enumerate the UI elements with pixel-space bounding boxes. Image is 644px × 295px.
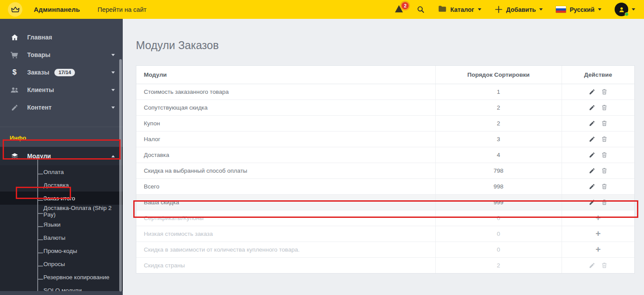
table-row: Ваша скидка999 xyxy=(136,194,634,210)
goto-site-link[interactable]: Перейти на сайт xyxy=(98,6,147,13)
module-name-cell: Скидка страны xyxy=(136,257,435,273)
add-menu[interactable]: Добавить xyxy=(495,5,543,14)
submenu-item-label: Языки xyxy=(29,221,60,228)
crown-logo-icon[interactable] xyxy=(8,2,22,17)
delete-button[interactable] xyxy=(601,199,608,206)
edit-button[interactable] xyxy=(589,167,595,174)
folder-icon xyxy=(438,5,447,14)
submenu-item[interactable]: Опросы xyxy=(0,257,123,270)
sort-order-cell: 0 xyxy=(435,242,562,257)
plus-icon xyxy=(495,5,503,14)
chevron-down-icon xyxy=(111,89,115,91)
sidebar-item-label: Модули xyxy=(27,153,51,160)
pencil-icon xyxy=(10,104,19,111)
delete-button[interactable] xyxy=(601,88,608,95)
sidebar-section-info: Инфо xyxy=(0,127,123,147)
submenu-item-label: Доставка xyxy=(29,182,69,188)
add-module-button[interactable]: + xyxy=(595,229,601,238)
edit-button[interactable] xyxy=(589,262,595,269)
add-module-button[interactable]: + xyxy=(595,213,601,223)
edit-button[interactable] xyxy=(589,104,595,111)
sidebar-item-home[interactable]: Главная xyxy=(0,28,123,46)
sidebar-footer-strip xyxy=(0,291,123,295)
table-row: Всего998 xyxy=(136,178,634,194)
chevron-down-icon xyxy=(478,8,481,11)
submenu-item[interactable]: Языки xyxy=(0,218,123,231)
action-cell: + xyxy=(562,210,634,226)
submenu-item-label: Доставка-Оплата (Ship 2 Pay) xyxy=(29,205,123,218)
column-header-action: Действие xyxy=(562,66,634,84)
catalog-menu[interactable]: Каталог xyxy=(438,5,481,14)
submenu-item[interactable]: Промо-коды xyxy=(0,244,123,257)
submenu-item[interactable]: Валюты xyxy=(0,231,123,244)
action-cell xyxy=(562,84,634,100)
submenu-item-label: Заказ итого xyxy=(29,195,75,202)
table-row: Скидка страны2 xyxy=(136,257,634,273)
sidebar-menu: ГлавнаяТовары$Заказы17/14КлиентыКонтент xyxy=(0,19,123,116)
chevron-up-icon xyxy=(111,155,115,157)
language-menu[interactable]: Русский xyxy=(556,6,601,13)
chevron-down-icon xyxy=(111,54,115,56)
admin-app: Админпанель Перейти на сайт 2 xyxy=(0,0,644,295)
sort-order-cell: 1 xyxy=(435,84,562,100)
layers-icon xyxy=(10,152,19,160)
module-name-cell: Сертификаты/Купоны xyxy=(136,210,435,226)
submenu-item-label: Промо-коды xyxy=(29,248,77,254)
action-cell xyxy=(562,100,634,115)
alerts-button[interactable]: 2 xyxy=(395,5,403,14)
sidebar-item-1[interactable]: Товары xyxy=(0,46,123,64)
submenu-item[interactable]: Резервное копирование xyxy=(0,270,123,284)
submenu-item[interactable]: Доставка-Оплата (Ship 2 Pay) xyxy=(0,205,123,218)
module-name-cell: Всего xyxy=(136,178,435,194)
sort-order-cell: 2 xyxy=(435,257,562,273)
delete-button[interactable] xyxy=(601,183,608,190)
action-cell xyxy=(562,147,634,163)
sidebar-item-3[interactable]: Клиенты xyxy=(0,81,123,99)
delete-button[interactable] xyxy=(601,262,608,269)
module-name-cell: Купон xyxy=(136,115,435,131)
add-module-button[interactable]: + xyxy=(595,245,601,254)
table-row: Купон2 xyxy=(136,115,634,131)
language-label: Русский xyxy=(569,6,594,13)
users-icon xyxy=(10,86,19,94)
sidebar-item-2[interactable]: $Заказы17/14 xyxy=(0,64,123,81)
modules-submenu: ОплатаДоставкаЗаказ итогоДоставка-Оплата… xyxy=(0,165,123,295)
modules-section: Модули ОплатаДоставкаЗаказ итогоДоставка… xyxy=(0,147,123,295)
search-icon[interactable] xyxy=(416,5,425,14)
russian-flag-icon xyxy=(556,6,566,13)
submenu-item[interactable]: Доставка xyxy=(0,178,123,192)
delete-button[interactable] xyxy=(601,135,608,142)
submenu-item-label: Валюты xyxy=(29,235,65,241)
alerts-count-badge: 2 xyxy=(402,2,409,9)
edit-button[interactable] xyxy=(589,89,595,95)
submenu-item-label: Опросы xyxy=(29,261,65,267)
sidebar-scrollbar[interactable] xyxy=(119,59,122,291)
edit-button[interactable] xyxy=(589,199,595,206)
sort-order-cell: 0 xyxy=(435,226,562,242)
sidebar-item-label: Главная xyxy=(27,34,52,41)
action-cell xyxy=(562,194,634,210)
edit-button[interactable] xyxy=(589,183,595,190)
submenu-item[interactable]: Оплата xyxy=(0,165,123,178)
profile-menu[interactable] xyxy=(615,3,635,16)
sidebar-item-4[interactable]: Контент xyxy=(0,99,123,116)
cart-icon xyxy=(10,51,19,59)
sidebar-item-modules[interactable]: Модули xyxy=(0,147,123,165)
submenu-item[interactable]: Заказ итого xyxy=(0,192,123,205)
action-cell: + xyxy=(562,242,634,257)
order-modules-table: Модули Порядок Сортировки Действие Стоим… xyxy=(136,66,634,273)
action-cell xyxy=(562,257,634,273)
sidebar-item-label: Товары xyxy=(27,51,50,58)
sort-order-cell: 999 xyxy=(435,194,562,210)
delete-button[interactable] xyxy=(601,167,608,174)
module-name-cell: Скидка в зависимости от количества купле… xyxy=(136,242,435,257)
table-row: Сертификаты/Купоны0+ xyxy=(136,210,634,226)
edit-button[interactable] xyxy=(589,152,595,158)
edit-button[interactable] xyxy=(589,136,595,142)
delete-button[interactable] xyxy=(601,151,608,158)
table-row: Скидка в зависимости от количества купле… xyxy=(136,242,634,257)
edit-button[interactable] xyxy=(589,120,595,127)
sort-order-cell: 4 xyxy=(435,147,562,163)
delete-button[interactable] xyxy=(601,104,608,111)
delete-button[interactable] xyxy=(601,120,608,127)
